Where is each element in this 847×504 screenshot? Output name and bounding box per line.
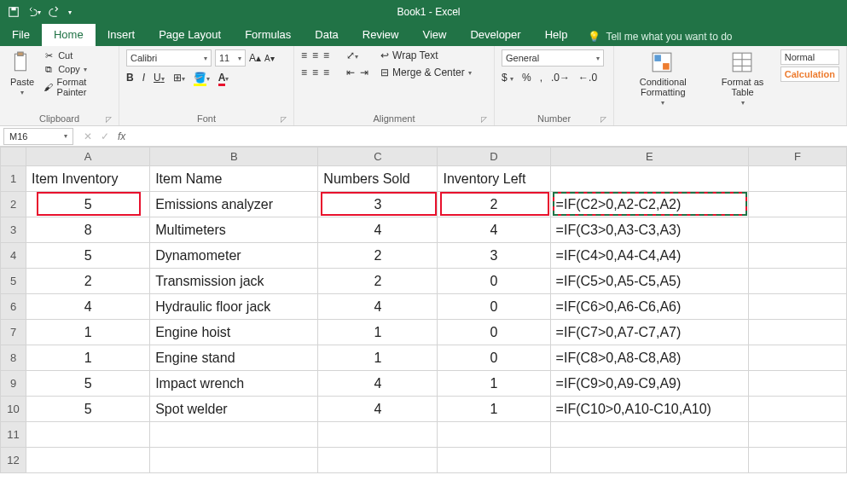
align-center-icon[interactable]: ≡ (312, 67, 318, 78)
row-header[interactable]: 6 (1, 294, 26, 320)
cell[interactable]: Item Name (150, 166, 318, 192)
cell[interactable]: 4 (26, 294, 150, 320)
tab-page-layout[interactable]: Page Layout (147, 24, 233, 46)
align-top-icon[interactable]: ≡ (301, 49, 307, 61)
font-name-select[interactable]: Calibri▾ (126, 49, 212, 67)
row-header[interactable]: 1 (1, 166, 26, 192)
cell[interactable] (748, 345, 846, 371)
cell[interactable] (550, 448, 748, 473)
fx-icon[interactable]: fx (118, 130, 125, 142)
cell[interactable]: =IF(C9>0,A9-C9,A9) (550, 371, 748, 397)
cell[interactable] (748, 294, 846, 320)
cell[interactable]: 4 (318, 371, 438, 397)
cell[interactable] (550, 422, 748, 448)
name-box[interactable]: M16▾ (3, 128, 73, 145)
cell[interactable] (748, 166, 846, 192)
copy-button[interactable]: ⧉Copy ▾ (43, 63, 112, 75)
spreadsheet-grid[interactable]: A B C D E F 1Item InventoryItem NameNumb… (0, 147, 847, 473)
cell[interactable]: Impact wrench (150, 371, 318, 397)
cell[interactable] (438, 422, 550, 448)
cell[interactable] (438, 448, 550, 473)
row-header[interactable]: 3 (1, 217, 26, 243)
decrease-font-icon[interactable]: A▾ (264, 54, 275, 63)
cell[interactable] (748, 448, 846, 473)
cell[interactable]: 2 (318, 243, 438, 269)
cell-style-normal[interactable]: Normal (780, 49, 839, 65)
row-header[interactable]: 12 (1, 448, 26, 473)
cell[interactable]: =IF(C8>0,A8-C8,A8) (550, 345, 748, 371)
cell[interactable]: Spot welder (150, 397, 318, 422)
formula-input[interactable] (132, 128, 847, 145)
enter-icon[interactable]: ✓ (101, 130, 109, 142)
cell[interactable]: 1 (318, 320, 438, 345)
font-size-select[interactable]: 11▾ (215, 49, 246, 67)
dialog-launcher-icon[interactable]: ◸ (281, 115, 287, 124)
tell-me[interactable]: 💡 Tell me what you want to do (579, 27, 740, 46)
wrap-text-button[interactable]: ↩ Wrap Text (380, 49, 472, 61)
col-header-b[interactable]: B (150, 148, 318, 166)
cell-style-calculation[interactable]: Calculation (780, 67, 839, 82)
row-header[interactable]: 5 (1, 269, 26, 294)
dialog-launcher-icon[interactable]: ◸ (481, 115, 487, 124)
cell[interactable]: =IF(C10>0,A10-C10,A10) (550, 397, 748, 422)
increase-decimal-icon[interactable]: .0→ (551, 72, 570, 84)
number-format-select[interactable]: General▾ (502, 49, 604, 67)
cell[interactable] (748, 243, 846, 269)
cell[interactable]: =IF(C5>0,A5-C5,A5) (550, 269, 748, 294)
cell[interactable]: 2 (26, 269, 150, 294)
tab-developer[interactable]: Developer (458, 24, 532, 46)
cell[interactable]: 1 (318, 345, 438, 371)
cell[interactable]: Item Inventory (26, 166, 150, 192)
cell[interactable] (26, 422, 150, 448)
tab-review[interactable]: Review (351, 24, 411, 46)
cell[interactable]: 5 (26, 371, 150, 397)
decrease-indent-icon[interactable]: ⇤ (346, 67, 355, 78)
font-color-button[interactable]: A▾ (218, 72, 229, 84)
row-header[interactable]: 9 (1, 371, 26, 397)
save-icon[interactable] (7, 5, 20, 19)
cell[interactable] (748, 192, 846, 217)
cell[interactable]: 5 (26, 397, 150, 422)
percent-button[interactable]: % (522, 72, 531, 84)
cut-button[interactable]: ✂Cut (43, 49, 112, 61)
cell[interactable]: Inventory Left (438, 166, 550, 192)
comma-button[interactable]: , (540, 72, 542, 84)
merge-center-button[interactable]: ⊟ Merge & Center ▾ (380, 67, 472, 78)
cell[interactable]: 0 (438, 294, 550, 320)
tab-file[interactable]: File (0, 24, 42, 46)
cell[interactable]: =IF(C7>0,A7-C7,A7) (550, 320, 748, 345)
undo-icon[interactable]: ▾ (27, 5, 41, 19)
cell[interactable]: =IF(C2>0,A2-C2,A2) (550, 192, 748, 217)
format-as-table-button[interactable]: Format as Table▾ (711, 49, 773, 108)
cell[interactable]: =IF(C6>0,A6-C6,A6) (550, 294, 748, 320)
row-header[interactable]: 8 (1, 345, 26, 371)
col-header-d[interactable]: D (438, 148, 550, 166)
cell[interactable]: 8 (26, 217, 150, 243)
tab-insert[interactable]: Insert (96, 24, 148, 46)
fill-color-button[interactable]: 🪣▾ (194, 72, 210, 84)
cell[interactable]: Emissions analyzer (150, 192, 318, 217)
cell[interactable]: 0 (438, 269, 550, 294)
row-header[interactable]: 7 (1, 320, 26, 345)
cell[interactable]: 4 (438, 217, 550, 243)
cell[interactable]: =IF(C3>0,A3-C3,A3) (550, 217, 748, 243)
align-bottom-icon[interactable]: ≡ (323, 49, 329, 61)
tab-data[interactable]: Data (303, 24, 350, 46)
cell[interactable]: 2 (438, 192, 550, 217)
orientation-icon[interactable]: ⤢▾ (346, 49, 358, 61)
col-header-e[interactable]: E (550, 148, 748, 166)
cell[interactable]: 5 (26, 192, 150, 217)
paste-button[interactable]: Paste ▾ (7, 49, 38, 98)
cell[interactable]: Engine hoist (150, 320, 318, 345)
cell[interactable]: 1 (26, 320, 150, 345)
cell[interactable]: Hydraulic floor jack (150, 294, 318, 320)
cell[interactable]: 0 (438, 345, 550, 371)
select-all-corner[interactable] (1, 148, 26, 166)
align-middle-icon[interactable]: ≡ (312, 49, 318, 61)
cancel-icon[interactable]: ✕ (84, 130, 92, 142)
cell[interactable]: Numbers Sold (318, 166, 438, 192)
cell[interactable]: 1 (438, 371, 550, 397)
align-right-icon[interactable]: ≡ (323, 67, 329, 78)
cell[interactable]: 1 (438, 397, 550, 422)
cell[interactable]: 4 (318, 397, 438, 422)
